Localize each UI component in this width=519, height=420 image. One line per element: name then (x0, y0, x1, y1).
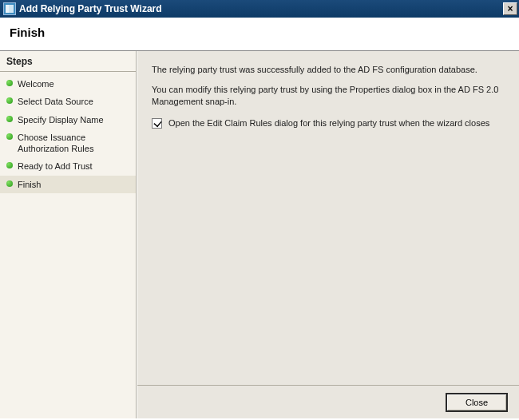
open-claim-rules-label: Open the Edit Claim Rules dialog for thi… (168, 117, 489, 129)
page-heading: Finish (0, 18, 519, 51)
step-label: Welcome (18, 78, 131, 89)
step-bullet-icon (6, 162, 13, 168)
step-finish[interactable]: Finish (0, 176, 136, 193)
close-icon[interactable]: × (503, 2, 517, 15)
modify-hint: You can modify this relying party trust … (152, 84, 505, 108)
main-panel: The relying party trust was successfully… (137, 51, 519, 418)
step-ready-to-add-trust[interactable]: Ready to Add Trust (0, 157, 136, 175)
step-bullet-icon (6, 133, 13, 140)
open-claim-rules-checkbox[interactable] (152, 118, 162, 129)
titlebar: Add Relying Party Trust Wizard × (0, 0, 519, 18)
step-label: Specify Display Name (18, 114, 131, 125)
step-label: Ready to Add Trust (18, 160, 131, 172)
close-button[interactable]: Close (446, 393, 508, 412)
step-bullet-icon (6, 116, 13, 122)
step-label: Choose Issuance Authorization Rules (18, 132, 131, 155)
step-bullet-icon (6, 97, 13, 104)
step-label: Select Data Source (18, 96, 131, 107)
main-content: The relying party trust was successfully… (137, 51, 519, 385)
step-bullet-icon (6, 80, 13, 86)
step-select-data-source[interactable]: Select Data Source (0, 93, 136, 110)
open-claim-rules-row: Open the Edit Claim Rules dialog for thi… (152, 117, 505, 129)
sidebar: Steps Welcome Select Data Source Specify… (0, 51, 137, 418)
step-welcome[interactable]: Welcome (0, 75, 136, 93)
step-choose-issuance-auth-rules[interactable]: Choose Issuance Authorization Rules (0, 129, 136, 158)
step-label: Finish (18, 179, 131, 190)
footer: Close (137, 385, 519, 418)
sidebar-header: Steps (0, 51, 136, 72)
window-title: Add Relying Party Trust Wizard (19, 3, 503, 14)
steps-list: Welcome Select Data Source Specify Displ… (0, 72, 136, 196)
body-area: Steps Welcome Select Data Source Specify… (0, 51, 519, 418)
app-icon (3, 2, 16, 15)
step-bullet-icon (6, 180, 13, 187)
success-message: The relying party trust was successfully… (152, 64, 505, 76)
step-specify-display-name[interactable]: Specify Display Name (0, 111, 136, 129)
